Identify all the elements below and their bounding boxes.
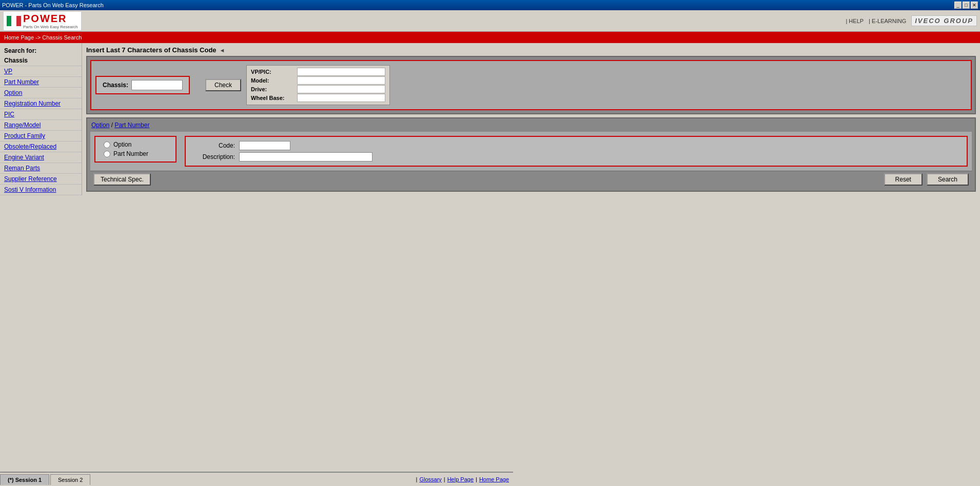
sidebar-item-part-number[interactable]: Part Number bbox=[0, 77, 82, 88]
breadcrumb-text: Home Page -> Chassis Search bbox=[4, 34, 82, 40]
option-link[interactable]: Option bbox=[91, 121, 109, 129]
check-button[interactable]: Check bbox=[205, 79, 241, 91]
code-row: Code: bbox=[194, 141, 958, 150]
radio-row-partnumber: Part Number bbox=[104, 150, 167, 157]
info-label-wheelbase: Wheel Base: bbox=[251, 95, 297, 101]
window-chrome: POWER - Parts On Web Easy Research _ □ ✕ bbox=[0, 0, 980, 10]
panel-title-arrow: ◄ bbox=[220, 47, 225, 53]
info-value-model bbox=[297, 76, 385, 85]
radio-option-label[interactable]: Option bbox=[113, 141, 131, 148]
sidebar-item-registration[interactable]: Registration Number bbox=[0, 98, 82, 109]
info-box: VP/PIC: Model: Drive: Wheel Base: bbox=[246, 65, 390, 105]
sidebar-item-sosti-v[interactable]: Sosti V Information bbox=[0, 185, 82, 195]
sidebar: Search for: Chassis VP Part Number Optio… bbox=[0, 43, 82, 195]
sidebar-item-product-family[interactable]: Product Family bbox=[0, 131, 82, 141]
code-label: Code: bbox=[194, 142, 235, 149]
info-label-vppic: VP/PIC: bbox=[251, 69, 297, 75]
footer-sep1: | bbox=[416, 476, 418, 482]
radio-partnumber-label[interactable]: Part Number bbox=[113, 150, 148, 157]
help-link[interactable]: | HELP bbox=[846, 18, 864, 24]
footer-sep2: | bbox=[444, 476, 445, 482]
info-value-vppic bbox=[297, 68, 385, 76]
footer: (*) Session 1 Session 2 | Glossary | Hel… bbox=[0, 472, 513, 486]
panel-title: Insert Last 7 Characters of Chassis Code… bbox=[86, 46, 976, 54]
description-label: Description: bbox=[194, 153, 235, 160]
session1-tab[interactable]: (*) Session 1 bbox=[0, 474, 49, 485]
part-number-link[interactable]: Part Number bbox=[114, 121, 149, 129]
radio-row-option: Option bbox=[104, 141, 167, 148]
glossary-link[interactable]: Glossary bbox=[419, 476, 441, 482]
info-row-wheelbase: Wheel Base: bbox=[251, 94, 385, 102]
footer-sep3: | bbox=[476, 476, 477, 482]
logo-subtitle: Parts On Web Easy Research bbox=[23, 25, 78, 29]
description-row: Description: bbox=[194, 152, 958, 161]
sidebar-item-obsolete[interactable]: Obsolete/Replaced bbox=[0, 141, 82, 152]
sidebar-item-engine-variant[interactable]: Engine Variant bbox=[0, 152, 82, 163]
chassis-inner: Chassis: Check VP/PIC: Model: bbox=[90, 60, 972, 110]
tech-spec-button[interactable]: Technical Spec. bbox=[93, 173, 151, 186]
chassis-form-row: Chassis: bbox=[95, 76, 190, 94]
help-page-link[interactable]: Help Page bbox=[447, 476, 474, 482]
maximize-button[interactable]: □ bbox=[963, 2, 970, 9]
breadcrumb: Home Page -> Chassis Search bbox=[0, 32, 980, 43]
sidebar-item-option[interactable]: Option bbox=[0, 88, 82, 98]
sidebar-item-pic[interactable]: PIC bbox=[0, 109, 82, 120]
search-button[interactable]: Search bbox=[927, 173, 969, 186]
option-header: Option / Part Number bbox=[90, 121, 972, 129]
option-inner: Option Part Number Code: Description: bbox=[90, 132, 972, 171]
sidebar-item-range-model[interactable]: Range/Model bbox=[0, 120, 82, 131]
content: Insert Last 7 Characters of Chassis Code… bbox=[82, 43, 980, 195]
header: POWER Parts On Web Easy Research | HELP … bbox=[0, 10, 980, 32]
buttons-row: Technical Spec. Reset Search bbox=[90, 171, 972, 188]
sidebar-item-reman-parts[interactable]: Reman Parts bbox=[0, 163, 82, 174]
sidebar-section-title: Search for: bbox=[0, 45, 82, 55]
chassis-input[interactable] bbox=[131, 80, 183, 90]
logo-area: POWER Parts On Web Easy Research bbox=[3, 11, 82, 31]
info-row-model: Model: bbox=[251, 76, 385, 85]
flag-icon bbox=[7, 16, 21, 26]
elearning-link[interactable]: | E-LEARNING bbox=[869, 18, 906, 24]
chassis-panel: Chassis: Check VP/PIC: Model: bbox=[86, 56, 976, 114]
radio-partnumber[interactable] bbox=[104, 151, 110, 157]
info-row-drive: Drive: bbox=[251, 85, 385, 93]
option-section: Option / Part Number Option Part Number bbox=[86, 117, 976, 192]
chassis-label: Chassis: bbox=[103, 82, 128, 89]
info-label-drive: Drive: bbox=[251, 86, 297, 92]
main-layout: Search for: Chassis VP Part Number Optio… bbox=[0, 43, 980, 195]
footer-links: | Glossary | Help Page | Home Page bbox=[416, 476, 513, 482]
info-row-vppic: VP/PIC: bbox=[251, 68, 385, 76]
sidebar-item-vp[interactable]: VP bbox=[0, 66, 82, 77]
sidebar-item-supplier-reference[interactable]: Supplier Reference bbox=[0, 174, 82, 185]
close-button[interactable]: ✕ bbox=[971, 2, 978, 9]
home-page-link[interactable]: Home Page bbox=[479, 476, 509, 482]
svg-rect-2 bbox=[16, 16, 21, 26]
window-title: POWER - Parts On Web Easy Research bbox=[2, 2, 104, 8]
info-value-drive bbox=[297, 85, 385, 93]
header-right: | HELP | E-LEARNING IVECO GROUP bbox=[846, 15, 977, 26]
reset-button[interactable]: Reset bbox=[884, 173, 923, 186]
code-input[interactable] bbox=[239, 141, 290, 150]
iveco-logo: IVECO GROUP bbox=[911, 15, 977, 26]
info-label-model: Model: bbox=[251, 77, 297, 84]
option-right: Code: Description: bbox=[185, 136, 968, 167]
logo-title: POWER bbox=[23, 13, 67, 25]
info-value-wheelbase bbox=[297, 94, 385, 102]
radio-option[interactable] bbox=[104, 141, 110, 148]
description-input[interactable] bbox=[239, 152, 373, 161]
minimize-button[interactable]: _ bbox=[954, 2, 962, 9]
sidebar-item-chassis[interactable]: Chassis bbox=[0, 55, 82, 66]
option-left: Option Part Number bbox=[94, 136, 177, 163]
logo: POWER Parts On Web Easy Research bbox=[3, 11, 82, 31]
svg-rect-1 bbox=[11, 16, 16, 26]
session2-tab[interactable]: Session 2 bbox=[50, 474, 90, 485]
svg-rect-3 bbox=[7, 16, 11, 26]
